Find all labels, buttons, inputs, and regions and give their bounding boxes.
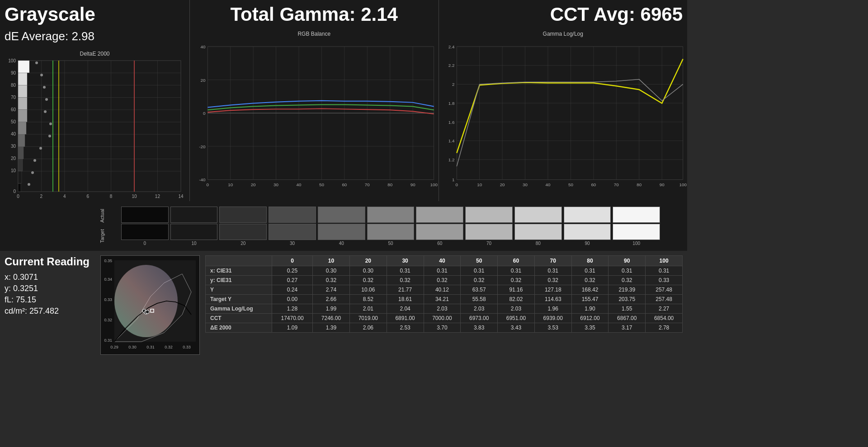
- svg-text:60: 60: [342, 182, 347, 187]
- cell-ΔE 2000-7: 3.53: [534, 323, 571, 333]
- svg-text:60: 60: [591, 182, 596, 187]
- svg-text:80: 80: [11, 83, 16, 88]
- svg-text:90: 90: [410, 182, 415, 187]
- actual-swatch-50: [367, 207, 415, 223]
- swatch-number-70: 70: [465, 241, 513, 246]
- svg-text:10: 10: [477, 182, 482, 187]
- swatch-number-80: 80: [514, 241, 562, 246]
- svg-point-54: [31, 171, 34, 174]
- cell-CCT-1: 7246.00: [313, 314, 350, 323]
- svg-text:20: 20: [200, 78, 205, 83]
- table-header-20: 20: [349, 256, 387, 266]
- cell-Gamma Log/Log-9: 1.55: [609, 304, 646, 314]
- svg-text:80: 80: [637, 182, 642, 187]
- svg-text:30: 30: [274, 182, 278, 187]
- svg-text:90: 90: [659, 182, 664, 187]
- svg-text:1.4: 1.4: [448, 138, 454, 143]
- target-swatch-30: [269, 224, 316, 240]
- svg-text:0.30: 0.30: [128, 345, 137, 349]
- table-header-70: 70: [534, 256, 571, 266]
- table-header-60: 60: [498, 256, 535, 266]
- actual-label: Actual: [99, 209, 118, 223]
- de-average-label: dE Average: 2.98: [5, 29, 94, 43]
- svg-text:1.8: 1.8: [448, 101, 454, 106]
- cell-ΔE 2000-10: 2.78: [646, 323, 683, 333]
- svg-text:8: 8: [110, 194, 113, 199]
- actual-swatch-10: [170, 207, 218, 223]
- svg-rect-45: [18, 134, 25, 146]
- actual-swatch-0: [121, 207, 169, 223]
- table-row: ΔE 20001.091.392.062.533.703.833.433.533…: [206, 323, 683, 333]
- cell-ΔE 2000-3: 2.53: [387, 323, 424, 333]
- swatch-number-30: 30: [269, 241, 316, 246]
- cell-ΔE 2000-9: 3.17: [609, 323, 646, 333]
- row-label-Y: Y: [206, 285, 272, 295]
- svg-point-62: [40, 74, 43, 76]
- cell-x: CIE31-4: 0.31: [424, 266, 461, 276]
- cell-Target Y-5: 55.58: [461, 295, 498, 304]
- svg-rect-46: [18, 146, 24, 159]
- cell-ΔE 2000-2: 2.06: [349, 323, 387, 333]
- gamma-panel: CCT Avg: 6965 Gamma Log/Log: [439, 0, 688, 201]
- svg-text:0.32: 0.32: [165, 345, 173, 349]
- cell-Y-8: 168.42: [571, 285, 609, 295]
- cell-y: CIE31-5: 0.32: [461, 276, 498, 285]
- actual-swatch-60: [416, 207, 463, 223]
- table-row: Target Y0.002.668.5218.6134.2155.5882.02…: [206, 295, 683, 304]
- svg-text:70: 70: [613, 182, 618, 187]
- cell-ΔE 2000-0: 1.09: [272, 323, 312, 333]
- cell-ΔE 2000-6: 3.43: [498, 323, 535, 333]
- svg-text:0.31: 0.31: [104, 338, 112, 343]
- target-swatch-10: [170, 224, 218, 240]
- svg-text:0: 0: [455, 182, 458, 187]
- row-label-CCT: CCT: [206, 314, 272, 323]
- swatch-number-0: 0: [121, 241, 169, 246]
- svg-text:90: 90: [11, 71, 16, 75]
- svg-text:0.29: 0.29: [110, 345, 118, 349]
- cell-ΔE 2000-5: 3.83: [461, 323, 498, 333]
- cell-x: CIE31-0: 0.25: [272, 266, 312, 276]
- svg-text:2.2: 2.2: [448, 63, 454, 68]
- svg-text:100: 100: [679, 182, 687, 187]
- table-row: y: CIE310.270.320.320.320.320.320.320.32…: [206, 276, 683, 285]
- svg-rect-44: [18, 122, 26, 134]
- svg-text:0: 0: [203, 111, 206, 116]
- x-cie31-value: x: 0.3071: [5, 273, 95, 282]
- target-swatch-40: [318, 224, 365, 240]
- svg-text:10: 10: [132, 194, 137, 199]
- svg-text:20: 20: [500, 182, 505, 187]
- svg-rect-0: [18, 61, 181, 192]
- gamma-svg: 2.4 2.2 2 1.8 1.6 1.4 1.2 1 0 10 20 30 4…: [439, 36, 688, 199]
- target-label: Target: [99, 229, 118, 243]
- cell-Target Y-8: 155.47: [571, 295, 609, 304]
- cell-Gamma Log/Log-1: 1.99: [313, 304, 350, 314]
- svg-text:100: 100: [430, 182, 438, 187]
- cell-y: CIE31-8: 0.32: [571, 276, 609, 285]
- svg-point-56: [39, 147, 42, 150]
- actual-swatch-30: [269, 207, 316, 223]
- cell-CCT-7: 6939.00: [534, 314, 571, 323]
- svg-rect-47: [18, 159, 23, 171]
- svg-text:70: 70: [365, 182, 370, 187]
- total-gamma-title: Total Gamma: 2.14: [231, 4, 398, 25]
- actual-swatch-80: [514, 207, 562, 223]
- svg-point-59: [44, 110, 47, 113]
- svg-text:40: 40: [200, 44, 205, 49]
- cell-CCT-3: 6891.00: [387, 314, 424, 323]
- rgb-balance-panel: Total Gamma: 2.14 RGB Balance 40: [190, 0, 439, 201]
- cell-Gamma Log/Log-5: 2.03: [461, 304, 498, 314]
- cell-Target Y-6: 82.02: [498, 295, 535, 304]
- svg-text:0: 0: [17, 194, 19, 199]
- table-row: x: CIE310.250.300.300.310.310.310.310.31…: [206, 266, 683, 276]
- cell-Gamma Log/Log-4: 2.03: [424, 304, 461, 314]
- svg-rect-48: [18, 171, 22, 184]
- cell-y: CIE31-2: 0.32: [349, 276, 387, 285]
- svg-text:50: 50: [319, 182, 324, 187]
- target-swatch-60: [416, 224, 463, 240]
- row-label-y: CIE31: y: CIE31: [206, 276, 272, 285]
- cell-Gamma Log/Log-6: 2.03: [498, 304, 535, 314]
- svg-rect-40: [18, 73, 27, 85]
- actual-swatch-40: [318, 207, 365, 223]
- cell-Y-7: 127.18: [534, 285, 571, 295]
- cell-Y-0: 0.24: [272, 285, 312, 295]
